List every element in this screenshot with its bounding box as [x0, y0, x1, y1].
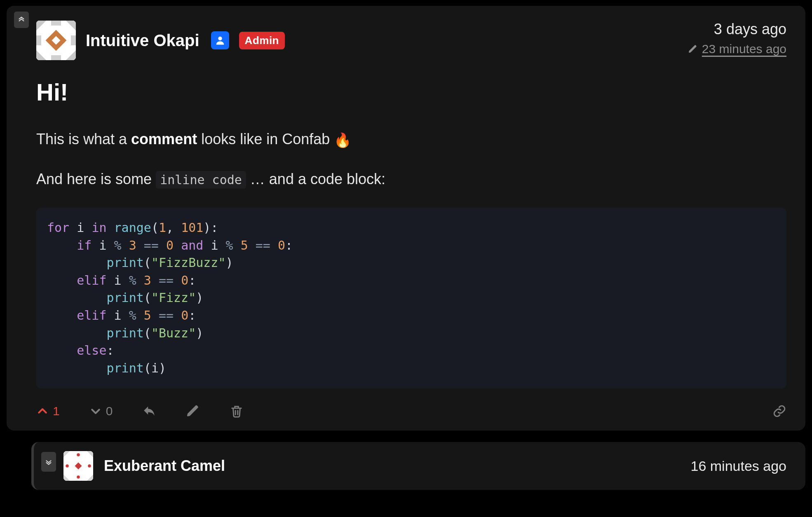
- id: i: [151, 361, 159, 375]
- kw-elif: elif: [77, 308, 106, 323]
- reply-button[interactable]: [142, 404, 156, 418]
- svg-rect-5: [36, 35, 41, 45]
- str: "Fizz": [151, 290, 196, 305]
- text: This is what a: [36, 131, 131, 147]
- op: ==: [159, 308, 174, 323]
- id: i: [77, 220, 84, 235]
- reply-icon: [142, 404, 156, 418]
- num: 0: [181, 308, 188, 323]
- person-icon: [214, 35, 226, 46]
- upvote-button[interactable]: 1: [36, 404, 60, 418]
- link-icon: [772, 404, 786, 418]
- reply-card: Exuberant Camel 16 minutes ago: [31, 442, 805, 490]
- comment-header: Intuitive Okapi Admin 3 days ago 23 minu…: [36, 21, 786, 60]
- comment-paragraph-2: And here is some inline code … and a cod…: [36, 168, 786, 190]
- id: i: [99, 238, 106, 253]
- chevron-down-icon: [89, 405, 102, 417]
- svg-point-12: [66, 465, 69, 468]
- avatar[interactable]: [63, 451, 93, 481]
- avatar[interactable]: [36, 21, 76, 60]
- trash-icon: [230, 404, 244, 418]
- svg-rect-4: [51, 55, 61, 60]
- reply-posted-time[interactable]: 16 minutes ago: [691, 458, 787, 474]
- edited-time-label: 23 minutes ago: [702, 42, 786, 56]
- author-name[interactable]: Intuitive Okapi: [86, 31, 199, 50]
- comment-card: Intuitive Okapi Admin 3 days ago 23 minu…: [7, 6, 805, 430]
- fn: print: [107, 255, 144, 270]
- kw-and: and: [181, 238, 203, 253]
- chevrons-down-icon: [44, 457, 53, 466]
- svg-point-10: [77, 454, 80, 457]
- id: i: [211, 238, 218, 253]
- op: ==: [144, 238, 159, 253]
- num: 1: [159, 220, 166, 235]
- chevron-up-icon: [36, 405, 49, 417]
- text: And here is some: [36, 171, 156, 187]
- delete-button[interactable]: [230, 404, 244, 418]
- num: 5: [144, 308, 151, 323]
- op: ==: [256, 238, 270, 253]
- comment-body: Hi! This is what a comment looks like in…: [36, 78, 786, 388]
- num: 101: [181, 220, 203, 235]
- permalink-button[interactable]: [772, 404, 786, 418]
- fire-emoji: 🔥: [334, 132, 351, 148]
- expand-toggle[interactable]: [41, 452, 56, 472]
- bold-text: comment: [131, 131, 197, 147]
- identicon-icon: [63, 451, 93, 481]
- fn: range: [114, 220, 151, 235]
- identicon-icon: [36, 21, 76, 60]
- id: i: [114, 273, 122, 288]
- admin-badge: Admin: [239, 32, 285, 49]
- svg-point-13: [88, 465, 91, 468]
- num: 3: [129, 238, 136, 253]
- text: looks like in Confab: [197, 131, 334, 147]
- author-block: Intuitive Okapi Admin: [36, 21, 285, 60]
- svg-rect-6: [71, 35, 76, 45]
- str: "FizzBuzz": [151, 255, 226, 270]
- kw-else: else: [77, 343, 106, 358]
- comment-heading: Hi!: [36, 78, 786, 106]
- upvote-count: 1: [53, 404, 60, 418]
- inline-code: inline code: [156, 171, 246, 189]
- svg-rect-3: [51, 21, 61, 26]
- text: … and a code block:: [246, 171, 385, 187]
- id: i: [114, 308, 122, 323]
- reply-author-name[interactable]: Exuberant Camel: [104, 457, 225, 475]
- svg-point-7: [218, 37, 222, 40]
- fn: print: [107, 290, 144, 305]
- comment-paragraph-1: This is what a comment looks like in Con…: [36, 128, 786, 151]
- num: 0: [278, 238, 285, 253]
- collapse-toggle[interactable]: [14, 12, 29, 28]
- num: 0: [181, 273, 188, 288]
- timestamp-block: 3 days ago 23 minutes ago: [688, 21, 786, 56]
- fn: print: [107, 361, 144, 375]
- edit-button[interactable]: [186, 404, 200, 418]
- downvote-count: 0: [106, 404, 113, 418]
- kw-for: for: [47, 220, 69, 235]
- edited-time[interactable]: 23 minutes ago: [688, 42, 786, 56]
- fn: print: [107, 326, 144, 340]
- downvote-button[interactable]: 0: [89, 404, 113, 418]
- pencil-icon: [688, 44, 698, 54]
- chevrons-up-icon: [17, 15, 26, 24]
- num: 5: [241, 238, 248, 253]
- code-block: for i in range(1, 101): if i % 3 == 0 an…: [36, 208, 786, 388]
- num: 3: [144, 273, 151, 288]
- posted-time[interactable]: 3 days ago: [688, 21, 786, 38]
- user-badge[interactable]: [211, 31, 229, 49]
- reply-author-block: Exuberant Camel: [63, 451, 225, 481]
- kw-if: if: [77, 238, 92, 253]
- num: 0: [166, 238, 174, 253]
- str: "Buzz": [151, 326, 196, 340]
- op: ==: [159, 273, 174, 288]
- comment-footer: 1 0: [36, 397, 786, 423]
- svg-point-11: [77, 476, 80, 479]
- pencil-icon: [186, 404, 200, 418]
- kw-elif: elif: [77, 273, 106, 288]
- kw-in: in: [92, 220, 106, 235]
